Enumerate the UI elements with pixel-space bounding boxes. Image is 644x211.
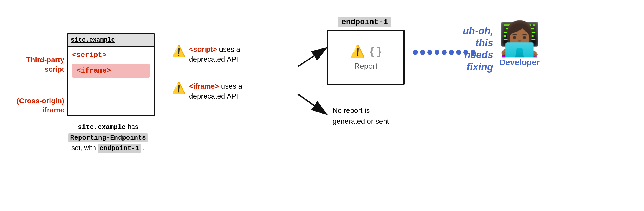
endpoint-report-label: Report <box>354 62 377 71</box>
dot-3 <box>427 50 432 55</box>
no-report-text: No report isgenerated or sent. <box>333 105 410 127</box>
warning-iframe: ⚠️ <iframe> uses adeprecated API <box>172 81 288 101</box>
script-tag: <script> <box>72 51 150 59</box>
browser-titlebar: site.example <box>68 34 154 47</box>
iframe-tag-warning: <iframe> <box>189 82 219 90</box>
endpoint-braces-icon: { } <box>370 45 381 58</box>
iframe-tag: <iframe> <box>72 64 150 78</box>
endpoint-box-container: endpoint-1 ⚠️ { } Report <box>327 17 405 85</box>
script-tag-warning: <script> <box>189 45 217 53</box>
dot-2 <box>420 50 425 55</box>
dot-1 <box>413 50 418 55</box>
browser-window: site.example <script> <iframe> <box>67 33 155 116</box>
endpoint-warning-icon: ⚠️ <box>350 44 365 58</box>
diagram-container: Third-partyscript (Cross-origin)iframe s… <box>0 0 644 211</box>
developer-section: uh-oh,thisneedsfixing 👩🏾‍💻 Developer <box>499 22 540 67</box>
endpoint-icons: ⚠️ { } <box>350 44 381 58</box>
browser-caption: site.example has Reporting-Endpoints set… <box>55 122 161 153</box>
uh-oh-text: uh-oh,thisneedsfixing <box>438 25 493 73</box>
cross-origin-iframe-label: (Cross-origin)iframe <box>17 96 64 115</box>
caption-reporting-endpoints: Reporting-Endpoints <box>68 133 148 142</box>
endpoint-box: ⚠️ { } Report <box>327 30 405 85</box>
warning-script: ⚠️ <script> uses adeprecated API <box>172 44 288 65</box>
warnings-section: ⚠️ <script> uses adeprecated API ⚠️ <ifr… <box>172 44 288 101</box>
endpoint-label-top: endpoint-1 <box>338 17 391 27</box>
warning-text-script: <script> uses adeprecated API <box>189 44 240 65</box>
warning-icon-script: ⚠️ <box>172 45 186 56</box>
caption-site-example: site.example <box>78 123 126 131</box>
third-party-script-label: Third-partyscript <box>17 55 64 74</box>
browser-title: site.example <box>71 37 115 43</box>
warning-text-iframe: <iframe> uses adeprecated API <box>189 81 242 101</box>
caption-endpoint-inline: endpoint-1 <box>98 144 141 153</box>
caption-set-with: set, with <box>71 144 98 151</box>
warning-icon-iframe: ⚠️ <box>172 82 186 93</box>
caption-has: has <box>127 123 138 130</box>
left-labels: Third-partyscript (Cross-origin)iframe <box>17 55 64 115</box>
svg-line-1 <box>298 48 326 66</box>
browser-body: <script> <iframe> <box>68 47 154 82</box>
developer-emoji: 👩🏾‍💻 <box>499 22 540 55</box>
svg-line-2 <box>298 94 326 114</box>
caption-period: . <box>143 144 145 151</box>
developer-label: Developer <box>499 58 540 67</box>
